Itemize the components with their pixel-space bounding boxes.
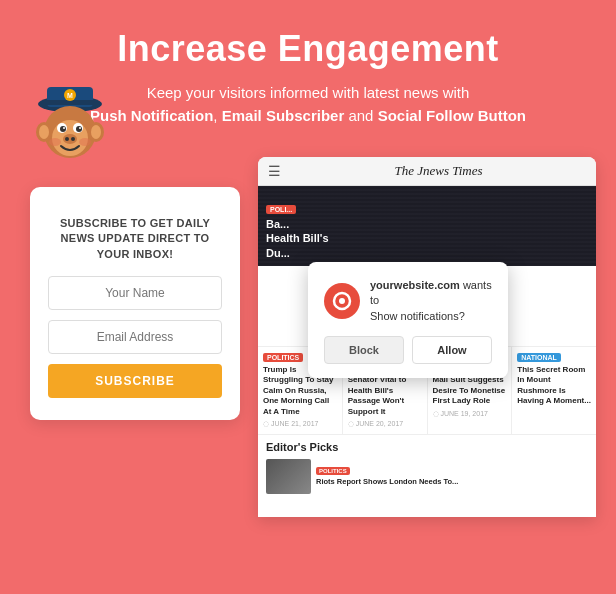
article-badge-4: NATIONAL xyxy=(517,353,561,362)
notification-icon xyxy=(324,283,360,319)
subscribe-title: SUBSCRIBE TO GET DAILY NEWS UPDATE DIREC… xyxy=(48,216,222,262)
svg-point-12 xyxy=(79,127,81,129)
monkey-mascot: M xyxy=(25,82,120,172)
svg-point-9 xyxy=(60,126,66,132)
article-item-4: NATIONAL This Secret Room In Mount Rushm… xyxy=(512,347,596,434)
svg-point-19 xyxy=(39,125,49,139)
svg-point-16 xyxy=(49,138,61,146)
editors-row: POLITICS Riots Report Shows London Needs… xyxy=(266,459,588,494)
email-input[interactable] xyxy=(48,320,222,354)
browser-bar: ☰ The Jnews Times xyxy=(258,157,596,186)
subtitle-line1: Keep your visitors informed with latest … xyxy=(147,84,470,101)
svg-point-15 xyxy=(71,137,75,141)
editor-badge-1: POLITICS xyxy=(316,467,350,475)
hamburger-icon: ☰ xyxy=(268,163,281,179)
hero-content: POLI... Ba...Health Bill'sDu... xyxy=(266,198,329,260)
svg-point-14 xyxy=(65,137,69,141)
subtitle-bold3: Social Follow Button xyxy=(378,107,526,124)
article-date-2: ◌ JUNE 20, 2017 xyxy=(348,420,422,428)
subtitle-bold2: Email Subscriber xyxy=(222,107,345,124)
notif-header: yourwebsite.com wants to Show notificati… xyxy=(324,278,492,324)
editor-item-1: POLITICS Riots Report Shows London Needs… xyxy=(266,459,458,494)
notification-popup: yourwebsite.com wants to Show notificati… xyxy=(308,262,508,378)
page-title: Increase Engagement xyxy=(40,28,576,70)
notif-text: yourwebsite.com wants to Show notificati… xyxy=(370,278,492,324)
article-date-3: ◌ JUNE 19, 2017 xyxy=(433,410,507,418)
editors-picks-section: Editor's Picks POLITICS Riots Report Sho… xyxy=(258,434,596,500)
block-button[interactable]: Block xyxy=(324,336,404,364)
subtitle-and: and xyxy=(344,107,377,124)
news-hero: POLI... Ba...Health Bill'sDu... xyxy=(258,186,596,266)
bottom-section: M xyxy=(0,147,616,517)
name-input[interactable] xyxy=(48,276,222,310)
svg-point-23 xyxy=(339,298,345,304)
notif-site: yourwebsite.com xyxy=(370,279,460,291)
hero-title: Ba...Health Bill'sDu... xyxy=(266,217,329,260)
subscribe-card: SUBSCRIBE TO GET DAILY NEWS UPDATE DIREC… xyxy=(30,187,240,420)
subscribe-section: M xyxy=(20,157,240,420)
editor-text-1: POLITICS Riots Report Shows London Needs… xyxy=(316,459,458,494)
browser-mockup: ☰ The Jnews Times POLI... Ba...Health Bi… xyxy=(258,157,596,517)
article-badge-1: POLITICS xyxy=(263,353,303,362)
svg-point-11 xyxy=(63,127,65,129)
allow-button[interactable]: Allow xyxy=(412,336,492,364)
editor-title-1: Riots Report Shows London Needs To... xyxy=(316,477,458,487)
svg-point-21 xyxy=(91,125,101,139)
editor-img-1 xyxy=(266,459,311,494)
browser-title: The Jnews Times xyxy=(291,163,586,179)
hero-badge: POLI... xyxy=(266,205,296,214)
editors-picks-title: Editor's Picks xyxy=(266,441,588,453)
subscribe-button[interactable]: SUBSCRIBE xyxy=(48,364,222,398)
svg-point-10 xyxy=(76,126,82,132)
article-date-1: ◌ JUNE 21, 2017 xyxy=(263,420,337,428)
article-title-4: This Secret Room In Mount Rushmore Is Ha… xyxy=(517,365,591,407)
svg-point-17 xyxy=(79,138,91,146)
subtitle: Keep your visitors informed with latest … xyxy=(40,82,576,127)
subtitle-comma: , xyxy=(213,107,221,124)
news-hero-bg: POLI... Ba...Health Bill'sDu... xyxy=(258,186,596,266)
svg-text:M: M xyxy=(67,92,73,99)
notif-buttons: Block Allow xyxy=(324,336,492,364)
